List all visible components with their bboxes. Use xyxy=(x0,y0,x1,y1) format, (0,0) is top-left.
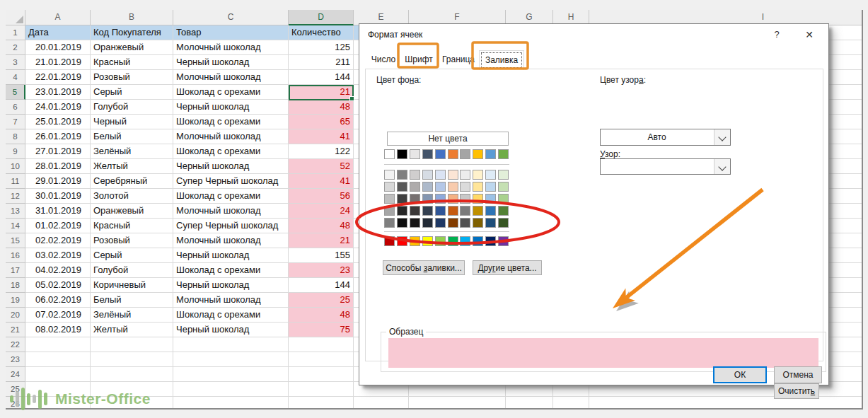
row-header-5[interactable]: 5 xyxy=(6,85,25,100)
cell-D16[interactable]: 155 xyxy=(289,248,354,263)
row-header-11[interactable]: 11 xyxy=(6,174,25,189)
cell-A4[interactable]: 22.01.2019 xyxy=(25,70,91,85)
palette-swatch-variant5-1[interactable] xyxy=(384,218,395,228)
no-color-button[interactable]: Нет цвета xyxy=(387,132,509,146)
palette-swatch-theme-3[interactable] xyxy=(410,149,420,159)
column-header-D[interactable]: D xyxy=(289,10,354,25)
palette-swatch-variant5-10[interactable] xyxy=(498,218,509,228)
palette-swatch-variant5-5[interactable] xyxy=(435,218,446,228)
cell-A17[interactable]: 04.02.2019 xyxy=(25,263,91,278)
cell-B11[interactable]: Серебряный xyxy=(91,174,173,189)
palette-swatch-variant5-9[interactable] xyxy=(485,218,496,228)
row-header-21[interactable]: 21 xyxy=(6,323,25,337)
row-header-7[interactable]: 7 xyxy=(6,115,25,129)
cell-D6[interactable]: 48 xyxy=(289,100,354,115)
cell-B20[interactable]: Зелёный xyxy=(91,308,173,323)
palette-swatch-variant5-4[interactable] xyxy=(422,218,433,228)
palette-swatch-theme-2[interactable] xyxy=(397,149,407,159)
tab-number[interactable]: Число xyxy=(366,50,401,69)
cell-B19[interactable]: Белый xyxy=(91,293,173,308)
ok-button[interactable]: ОК xyxy=(713,366,767,383)
palette-swatch-variant2-4[interactable] xyxy=(422,182,433,192)
cell-D11[interactable]: 41 xyxy=(289,174,354,189)
cell-C8[interactable]: Молочный шоколад xyxy=(173,129,289,144)
cell-A12[interactable]: 30.01.2019 xyxy=(25,189,91,204)
cell-B13[interactable]: Оранжевый xyxy=(91,204,173,219)
cell-C25[interactable] xyxy=(173,382,289,397)
palette-swatch-variant4-8[interactable] xyxy=(473,206,483,216)
palette-swatch-variant2-9[interactable] xyxy=(485,182,496,192)
palette-swatch-variant3-5[interactable] xyxy=(435,194,446,204)
palette-swatch-variant3-7[interactable] xyxy=(460,194,470,204)
cell-H26[interactable] xyxy=(553,397,589,410)
palette-swatch-standard-4[interactable] xyxy=(422,236,433,246)
palette-swatch-variant5-3[interactable] xyxy=(410,218,420,228)
cell-C23[interactable] xyxy=(173,352,289,367)
row-header-22[interactable]: 22 xyxy=(6,337,25,352)
tab-fill[interactable]: Заливка xyxy=(479,50,524,70)
cell-B22[interactable] xyxy=(91,337,173,352)
palette-swatch-standard-1[interactable] xyxy=(384,236,395,246)
cell-D21[interactable]: 75 xyxy=(289,323,354,337)
cell-B16[interactable]: Серый xyxy=(91,248,173,263)
cell-A11[interactable]: 29.01.2019 xyxy=(25,174,91,189)
cell-D24[interactable] xyxy=(289,367,354,382)
palette-swatch-variant3-1[interactable] xyxy=(384,194,395,204)
cell-D20[interactable]: 48 xyxy=(289,308,354,323)
palette-swatch-variant2-10[interactable] xyxy=(498,182,509,192)
palette-swatch-variant5-8[interactable] xyxy=(473,218,483,228)
palette-swatch-variant3-9[interactable] xyxy=(485,194,496,204)
palette-swatch-theme-4[interactable] xyxy=(422,149,433,159)
select-all-corner[interactable] xyxy=(6,10,25,25)
cell-C16[interactable]: Черный шоколад xyxy=(173,248,289,263)
row-header-14[interactable]: 14 xyxy=(6,219,25,233)
row-header-16[interactable]: 16 xyxy=(6,248,25,263)
palette-swatch-variant2-3[interactable] xyxy=(410,182,420,192)
cell-A9[interactable]: 27.01.2019 xyxy=(25,144,91,159)
palette-swatch-variant2-2[interactable] xyxy=(397,182,407,192)
cell-D26[interactable] xyxy=(289,397,354,410)
cell-C1[interactable]: Товар xyxy=(173,25,289,40)
cell-D14[interactable]: 48 xyxy=(289,219,354,233)
row-header-15[interactable]: 15 xyxy=(6,233,25,248)
palette-swatch-variant3-8[interactable] xyxy=(473,194,483,204)
cell-A3[interactable]: 21.01.2019 xyxy=(25,55,91,70)
cell-D23[interactable] xyxy=(289,352,354,367)
cell-A2[interactable]: 20.01.2019 xyxy=(25,40,91,55)
palette-swatch-variant1-5[interactable] xyxy=(435,170,446,180)
cell-C20[interactable]: Шоколад с орехами xyxy=(173,308,289,323)
row-header-20[interactable]: 20 xyxy=(6,308,25,323)
cell-B21[interactable]: Желтый xyxy=(91,323,173,337)
palette-swatch-variant1-1[interactable] xyxy=(384,170,395,180)
cell-B7[interactable]: Черный xyxy=(91,115,173,129)
palette-swatch-variant1-3[interactable] xyxy=(410,170,420,180)
cell-G26[interactable] xyxy=(506,397,553,410)
cell-D9[interactable]: 122 xyxy=(289,144,354,159)
cell-B23[interactable] xyxy=(91,352,173,367)
palette-swatch-theme-8[interactable] xyxy=(473,149,483,159)
palette-swatch-variant4-3[interactable] xyxy=(410,206,420,216)
row-header-2[interactable]: 2 xyxy=(6,40,25,55)
palette-swatch-variant2-8[interactable] xyxy=(473,182,483,192)
palette-swatch-variant5-2[interactable] xyxy=(397,218,407,228)
palette-swatch-standard-2[interactable] xyxy=(397,236,407,246)
cell-C3[interactable]: Черный шоколад xyxy=(173,55,289,70)
palette-swatch-variant1-6[interactable] xyxy=(448,170,458,180)
cell-F26[interactable] xyxy=(409,397,506,410)
palette-swatch-standard-3[interactable] xyxy=(410,236,420,246)
palette-swatch-standard-5[interactable] xyxy=(435,236,446,246)
row-header-8[interactable]: 8 xyxy=(6,129,25,144)
tab-border[interactable]: Граница xyxy=(438,50,479,69)
cell-C26[interactable] xyxy=(173,397,289,410)
column-header-A[interactable]: A xyxy=(25,10,91,25)
cell-A21[interactable]: 08.02.2019 xyxy=(25,323,91,337)
cell-C15[interactable]: Молочный шоколад xyxy=(173,233,289,248)
cell-B3[interactable]: Красный xyxy=(91,55,173,70)
palette-swatch-variant3-6[interactable] xyxy=(448,194,458,204)
cell-D25[interactable] xyxy=(289,382,354,397)
cell-D8[interactable]: 41 xyxy=(289,129,354,144)
clear-button[interactable]: Очистить xyxy=(774,383,819,399)
cell-C5[interactable]: Шоколад с орехами xyxy=(173,85,289,100)
palette-swatch-variant2-1[interactable] xyxy=(384,182,395,192)
cell-C13[interactable]: Молочный шоколад xyxy=(173,204,289,219)
